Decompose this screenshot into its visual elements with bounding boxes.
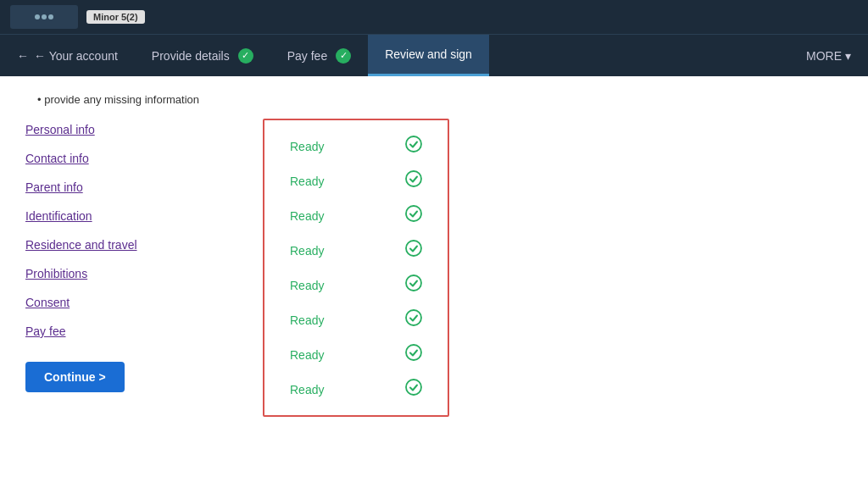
- logo-dot-3: [48, 14, 53, 19]
- provide-details-label: Provide details: [152, 49, 230, 63]
- status-text-2: Ready: [290, 209, 324, 223]
- status-row-7: Ready: [290, 379, 422, 400]
- status-text-7: Ready: [290, 383, 324, 396]
- status-row-2: Ready: [290, 205, 422, 226]
- nav-your-account[interactable]: ← ← Your account: [0, 35, 135, 76]
- chevron-down-icon: ▾: [845, 49, 851, 63]
- status-text-0: Ready: [290, 140, 324, 153]
- status-check-icon-1: [405, 170, 422, 191]
- status-check-icon-5: [405, 309, 422, 330]
- logo-dot-2: [42, 14, 47, 19]
- status-check-icon-0: [405, 136, 422, 157]
- status-table: Ready Ready Ready Ready Ready Ready Read…: [263, 119, 449, 417]
- svg-point-0: [406, 136, 421, 152]
- status-text-1: Ready: [290, 175, 324, 188]
- nav-pay-fee[interactable]: Pay fee ✓: [270, 35, 368, 76]
- svg-point-3: [406, 241, 421, 256]
- more-button[interactable]: MORE ▾: [789, 35, 868, 76]
- status-check-icon-4: [405, 274, 422, 296]
- nav-provide-details[interactable]: Provide details ✓: [135, 35, 270, 76]
- your-account-label: ← Your account: [34, 49, 118, 63]
- sidebar-link-personal-info[interactable]: Personal info: [25, 123, 212, 136]
- status-check-icon-3: [405, 240, 422, 261]
- sidebar-link-identification[interactable]: Identification: [25, 209, 212, 223]
- status-text-6: Ready: [290, 348, 324, 362]
- logo-dots: [35, 14, 53, 19]
- status-text-4: Ready: [290, 279, 324, 292]
- provide-details-check-icon: ✓: [238, 48, 253, 64]
- status-row-5: Ready: [290, 309, 422, 330]
- sidebar: • provide any missing information Person…: [25, 93, 212, 417]
- status-row-3: Ready: [290, 240, 422, 261]
- svg-point-1: [406, 171, 421, 186]
- status-check-icon-2: [405, 205, 422, 226]
- sidebar-link-contact-info[interactable]: Contact info: [25, 152, 212, 165]
- nav-bar: ← ← Your account Provide details ✓ Pay f…: [0, 34, 868, 76]
- svg-point-7: [406, 380, 421, 395]
- status-text-5: Ready: [290, 313, 324, 327]
- sidebar-link-pay-fee[interactable]: Pay fee: [25, 324, 212, 338]
- pay-fee-label: Pay fee: [287, 49, 327, 63]
- minor-badge: Minor 5(2): [86, 10, 145, 24]
- status-row-1: Ready: [290, 170, 422, 191]
- pay-fee-check-icon: ✓: [336, 48, 351, 64]
- sidebar-link-consent[interactable]: Consent: [25, 296, 212, 309]
- status-check-icon-6: [405, 344, 422, 365]
- main-content: • provide any missing information Person…: [0, 76, 868, 434]
- logo-dot-1: [35, 14, 40, 19]
- top-bar: Minor 5(2): [0, 0, 868, 34]
- status-row-6: Ready: [290, 344, 422, 365]
- svg-point-6: [406, 345, 421, 360]
- svg-point-2: [406, 206, 421, 221]
- nav-review-and-sign[interactable]: Review and sign: [368, 35, 489, 76]
- bullet-instruction: • provide any missing information: [25, 93, 212, 106]
- review-and-sign-label: Review and sign: [385, 47, 472, 61]
- status-text-3: Ready: [290, 244, 324, 258]
- status-row-4: Ready: [290, 274, 422, 296]
- status-row-0: Ready: [290, 136, 422, 157]
- logo: [10, 5, 78, 29]
- sidebar-link-prohibitions[interactable]: Prohibitions: [25, 267, 212, 280]
- sidebar-link-residence-travel[interactable]: Residence and travel: [25, 238, 212, 252]
- svg-point-4: [406, 275, 421, 291]
- continue-button[interactable]: Continue >: [25, 362, 125, 392]
- svg-point-5: [406, 310, 421, 325]
- status-check-icon-7: [405, 379, 422, 400]
- back-arrow-icon: ←: [17, 49, 29, 63]
- more-label: MORE: [806, 49, 842, 63]
- sidebar-link-parent-info[interactable]: Parent info: [25, 180, 212, 194]
